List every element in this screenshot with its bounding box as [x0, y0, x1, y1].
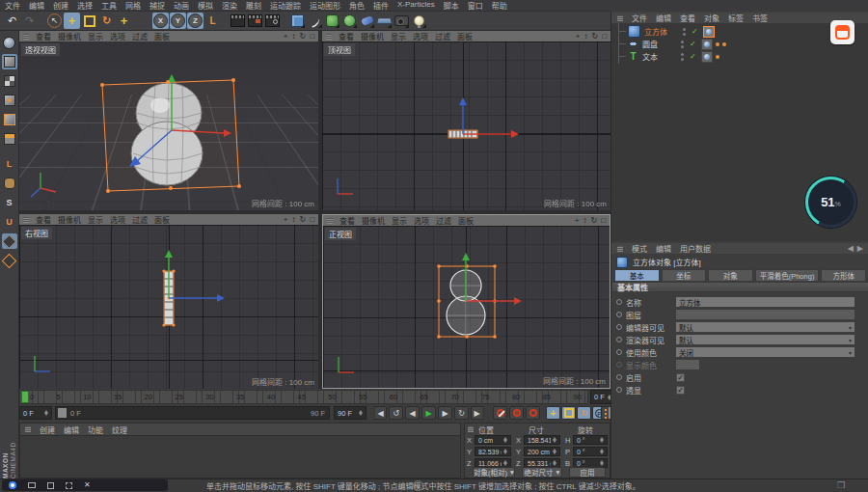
tab-coordinates[interactable]: 坐标	[662, 269, 707, 281]
camera-icon[interactable]	[393, 13, 410, 29]
viewport-menu-item[interactable]: 选项	[414, 215, 429, 226]
viewport-menu-bar[interactable]: 查看摄像机显示选项过滤面板 + ↕ ↻ □	[323, 215, 610, 226]
material-menu-item[interactable]: 功能	[88, 424, 103, 435]
viewport-menu-bar[interactable]: 查看摄像机显示选项过滤面板 + ↕ ↻ □	[322, 31, 610, 41]
panel-grip-icon[interactable]	[326, 34, 332, 40]
panel-grip-icon[interactable]	[468, 426, 474, 432]
material-menu-item[interactable]: 编辑	[64, 424, 79, 435]
viewport-orbit-icon[interactable]: ↻	[590, 217, 597, 225]
light-icon[interactable]	[411, 13, 427, 29]
subdivision-surface-icon[interactable]	[324, 13, 340, 29]
menu-item[interactable]: 插件	[373, 0, 389, 11]
viewport-menu-item[interactable]: 查看	[36, 31, 51, 41]
workplane-icon[interactable]	[2, 233, 17, 249]
history-forward-icon[interactable]: ▶	[857, 244, 863, 253]
material-list-empty[interactable]	[20, 436, 460, 478]
snap-icon[interactable]: S	[2, 195, 17, 210]
top-view[interactable]: 顶视图	[322, 41, 610, 210]
keyframe-dot-icon[interactable]	[616, 387, 622, 393]
viewport-pan-icon[interactable]: +	[575, 217, 580, 225]
tag-dot-icon[interactable]	[716, 55, 719, 59]
recorder-display-icon[interactable]	[28, 482, 36, 488]
panel-grip-icon[interactable]	[23, 34, 29, 40]
edges-mode-icon[interactable]	[2, 112, 17, 127]
viewport-maximize-icon[interactable]: □	[310, 216, 314, 224]
panel-grip-icon[interactable]	[617, 15, 623, 21]
object-name[interactable]: 文本	[642, 51, 675, 62]
key-rotation-toggle[interactable]: ↻	[577, 406, 591, 420]
points-mode-icon[interactable]	[2, 93, 17, 108]
menu-item[interactable]: 运动图形	[310, 0, 340, 11]
menu-item[interactable]: 脚本	[444, 0, 459, 11]
viewport-maximize-icon[interactable]: □	[602, 33, 607, 41]
object-manager-menu-item[interactable]: 文件	[632, 13, 647, 23]
viewport-menu-item[interactable]: 过滤	[436, 215, 451, 226]
timeline-ruler[interactable]: 051015202530354045505560657075808590	[19, 390, 588, 404]
goto-start-button[interactable]: ◀	[372, 406, 387, 420]
right-view[interactable]: 右视图	[19, 225, 318, 389]
key-scale-toggle[interactable]	[561, 406, 576, 420]
viewport-pan-icon[interactable]: +	[284, 33, 288, 41]
menu-item[interactable]: 文件	[5, 0, 20, 11]
phong-tag-icon[interactable]	[703, 26, 715, 38]
size-x-field[interactable]: 158.541 cm	[524, 435, 560, 445]
rotation-h-field[interactable]: 0 °	[573, 435, 608, 445]
keyframe-dot-icon[interactable]	[616, 312, 622, 317]
lock-z-axis-icon[interactable]: Z	[187, 13, 203, 29]
size-y-field[interactable]: 200 cm	[524, 447, 560, 456]
coord-object-mode-dropdown[interactable]: 对象(相对)▾	[473, 467, 515, 478]
apply-button[interactable]: 应用	[569, 467, 606, 478]
keyframe-dot-icon[interactable]	[616, 324, 622, 330]
viewport-menu-item[interactable]: 显示	[88, 31, 103, 41]
tab-object[interactable]: 对象	[708, 269, 753, 281]
axis-mode-icon[interactable]: L	[2, 156, 17, 172]
tab-phong[interactable]: 平滑着色(Phong)	[755, 269, 820, 281]
viewport-menu-item[interactable]: 查看	[36, 214, 51, 225]
object-manager-menu-item[interactable]: 编辑	[656, 13, 671, 23]
enabled-checkbox[interactable]: ✓	[676, 373, 685, 382]
viewport-orbit-icon[interactable]: ↻	[299, 216, 306, 224]
viewport-maximize-icon[interactable]: □	[601, 217, 606, 225]
name-input[interactable]: 立方体	[676, 297, 854, 307]
viewport-menu-item[interactable]: 选项	[110, 214, 125, 225]
menu-item[interactable]: 模拟	[198, 0, 213, 11]
range-grip-icon[interactable]	[58, 408, 67, 418]
viewport-pan-icon[interactable]: +	[284, 216, 288, 224]
menu-item[interactable]: 动画	[174, 0, 189, 11]
menu-item[interactable]: 雕刻	[246, 0, 261, 11]
viewport-zoom-icon[interactable]: ↕	[291, 33, 295, 41]
tab-basic[interactable]: 基本	[614, 269, 660, 281]
object-manager-menu-item[interactable]: 对象	[704, 13, 719, 23]
panel-grip-icon[interactable]	[23, 217, 29, 223]
keyframe-dot-icon[interactable]	[616, 337, 622, 342]
array-generator-icon[interactable]	[341, 13, 358, 29]
recorder-target-icon[interactable]	[9, 481, 16, 489]
viewport-menu-item[interactable]: 摄像机	[362, 215, 385, 226]
viewport-right[interactable]: 查看摄像机显示选项过滤面板 + ↕ ↻ □ 右视图	[19, 214, 318, 389]
keyframe-selection-button[interactable]	[526, 406, 540, 420]
object-name[interactable]: 圆盘	[642, 39, 675, 49]
menu-item[interactable]: 工具	[101, 0, 117, 11]
deformer-icon[interactable]	[359, 13, 375, 29]
redo-icon[interactable]: ↷	[21, 13, 38, 29]
object-name[interactable]: 立方体	[644, 26, 677, 37]
viewport-menu-item[interactable]: 显示	[392, 215, 407, 226]
make-editable-icon[interactable]	[2, 35, 17, 50]
recorder-window-icon[interactable]	[47, 482, 54, 489]
enabled-check-icon[interactable]: ✓	[690, 40, 696, 48]
viewport-orbit-icon[interactable]: ↻	[299, 33, 306, 41]
attribute-menu-item[interactable]: 模式	[632, 243, 647, 254]
viewport-menu-item[interactable]: 查看	[339, 31, 354, 41]
magnet-snap-icon[interactable]: U	[2, 214, 17, 230]
live-selection-icon[interactable]: ↖	[46, 13, 63, 29]
visibility-dots-icon[interactable]	[681, 41, 684, 48]
use-color-dropdown[interactable]: 关闭▾	[676, 347, 854, 357]
menu-item[interactable]: 编辑	[29, 0, 44, 11]
recorder-close-icon[interactable]: ✕	[84, 481, 91, 489]
position-x-field[interactable]: 0 cm	[475, 435, 511, 445]
material-menu-item[interactable]: 纹理	[112, 424, 127, 435]
status-copy-icon[interactable]: ❒	[837, 480, 845, 490]
viewport-menu-item[interactable]: 面板	[154, 214, 170, 225]
tag-dot-icon[interactable]	[716, 42, 719, 46]
end-frame-field[interactable]: 90 F	[334, 406, 366, 420]
